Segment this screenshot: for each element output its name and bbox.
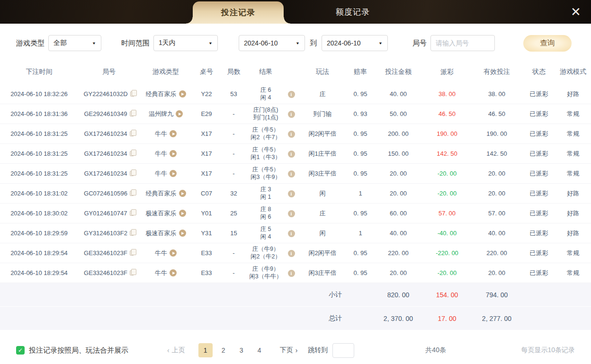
info-icon[interactable] [288, 250, 295, 257]
bet-time: 2024-06-10 18:29:59 [0, 230, 78, 237]
play-icon[interactable] [179, 90, 186, 98]
copy-icon[interactable] [130, 91, 134, 97]
play-icon[interactable] [170, 130, 177, 137]
round-id: GY222461032D [83, 90, 127, 98]
valid-bet: 40. 00 [471, 230, 523, 237]
prev-page-button[interactable]: ‹ 上页 [167, 346, 185, 355]
tab-quota-records[interactable]: 额度记录 [307, 0, 398, 24]
play-icon[interactable] [170, 249, 177, 257]
play-icon[interactable] [170, 150, 177, 157]
copy-icon[interactable] [130, 231, 134, 236]
bet-time: 2024-06-10 18:31:25 [0, 130, 78, 137]
play-icon[interactable] [179, 230, 186, 237]
bet-time: 2024-06-10 18:32:26 [0, 90, 78, 98]
bet-amount: 220. 00 [373, 249, 423, 257]
date-from-select[interactable]: 2024-06-10 ▼ [239, 35, 305, 51]
copy-icon[interactable] [130, 111, 134, 116]
info-icon[interactable] [288, 91, 295, 98]
copy-icon[interactable] [130, 191, 134, 196]
result-line1: 庄 6 [246, 87, 285, 94]
play-icon[interactable] [170, 170, 177, 177]
payout: 38. 00 [423, 90, 471, 98]
total-payout: 17. 00 [423, 315, 471, 322]
status: 已派彩 [523, 150, 555, 158]
result-line1: 庄 3 [246, 186, 285, 194]
info-icon[interactable] [288, 230, 295, 237]
close-icon[interactable]: ✕ [565, 0, 586, 24]
page-button-4[interactable]: 4 [252, 343, 267, 357]
result-line1: 庄（牛9） [246, 266, 285, 273]
page-button-1[interactable]: 1 [198, 343, 213, 357]
jump-to-page: 跳转到 [308, 343, 354, 358]
result-cell: 庄（牛5） 闲1（牛3） [246, 146, 285, 161]
merge-display-option[interactable]: ✓ 投注记录按照局、玩法合并展示 [16, 346, 128, 355]
odds: 0. 95 [348, 269, 373, 276]
copy-icon[interactable] [130, 211, 134, 216]
copy-icon[interactable] [130, 171, 134, 176]
bet-time: 2024-06-10 18:31:25 [0, 150, 78, 157]
total-label: 总计 [297, 314, 373, 323]
tab-bet-records[interactable]: 投注记录 [193, 1, 284, 24]
info-icon[interactable] [288, 170, 295, 178]
copy-icon[interactable] [130, 151, 134, 156]
odds: 0. 95 [348, 170, 373, 177]
info-icon[interactable] [288, 131, 295, 138]
bet-amount: 40. 00 [373, 90, 423, 98]
play-icon[interactable] [179, 190, 186, 197]
info-icon[interactable] [288, 111, 295, 118]
result-cell: 庄（牛5） 闲3（牛9） [246, 166, 285, 181]
info-icon[interactable] [288, 210, 295, 217]
table-no: X17 [192, 170, 221, 177]
merge-display-label: 投注记录按照局、玩法合并展示 [29, 346, 128, 355]
search-button[interactable]: 查询 [523, 35, 572, 52]
table-header: 下注时间 局号 游戏类型 桌号 局数 结果 玩法 赔率 投注金额 派彩 有效投注… [0, 60, 591, 84]
round-id: GX1724610234 [84, 150, 127, 157]
bet-time: 2024-06-10 18:31:02 [0, 190, 78, 197]
round-no-input[interactable] [436, 39, 490, 47]
bet-amount: 20. 00 [373, 190, 423, 197]
jump-to-input[interactable] [332, 343, 354, 358]
game-type: 经典百家乐 [146, 189, 177, 198]
info-icon[interactable] [288, 190, 295, 197]
checkbox-checked-icon[interactable]: ✓ [16, 346, 25, 355]
odds: 1 [348, 190, 373, 197]
play-icon[interactable] [170, 269, 177, 276]
date-to-select[interactable]: 2024-06-10 ▼ [322, 35, 388, 51]
info-icon[interactable] [288, 270, 295, 277]
table-row: 2024-06-10 18:31:25 GX1724610234 牛牛 X17 … [0, 144, 591, 164]
odds: 0. 93 [348, 110, 373, 117]
game-type-cell: 牛牛 [155, 249, 177, 257]
total-count: 共40条 [425, 346, 446, 355]
status: 已派彩 [523, 269, 555, 277]
time-range-value: 1天内 [159, 39, 176, 47]
round-count: 15 [221, 230, 246, 237]
round-id-cell: GE2924610349 [84, 110, 134, 117]
page-button-3[interactable]: 3 [234, 343, 249, 357]
table-no: Y22 [192, 90, 221, 98]
info-icon[interactable] [288, 151, 295, 158]
valid-bet: 38. 00 [471, 90, 523, 98]
time-range-select[interactable]: 1天内 ▼ [153, 35, 218, 51]
play-icon[interactable] [179, 210, 186, 217]
subtotal-valid: 794. 00 [471, 291, 523, 299]
copy-icon[interactable] [130, 131, 134, 136]
status: 已派彩 [523, 169, 555, 178]
odds: 0. 95 [348, 90, 373, 98]
status: 已派彩 [523, 209, 555, 218]
copy-icon[interactable] [130, 270, 134, 275]
bet-time: 2024-06-10 18:29:54 [0, 269, 78, 276]
game-type-select[interactable]: 全部 ▼ [48, 35, 101, 51]
page-button-2[interactable]: 2 [216, 343, 231, 357]
game-type-cell: 经典百家乐 [146, 90, 186, 98]
copy-icon[interactable] [130, 250, 134, 256]
header-bet: 投注金额 [373, 68, 423, 76]
game-type: 经典百家乐 [146, 90, 177, 98]
round-no-label: 局号 [412, 39, 427, 48]
play-icon[interactable] [176, 110, 183, 117]
game-type: 牛牛 [155, 269, 167, 277]
next-page-button[interactable]: 下页 › [280, 346, 298, 355]
bet-amount: 150. 00 [373, 150, 423, 157]
bet-time: 2024-06-10 18:31:25 [0, 170, 78, 177]
result-line2: 闲2（牛7） [246, 134, 285, 142]
result-line2: 闲 1 [246, 194, 285, 201]
